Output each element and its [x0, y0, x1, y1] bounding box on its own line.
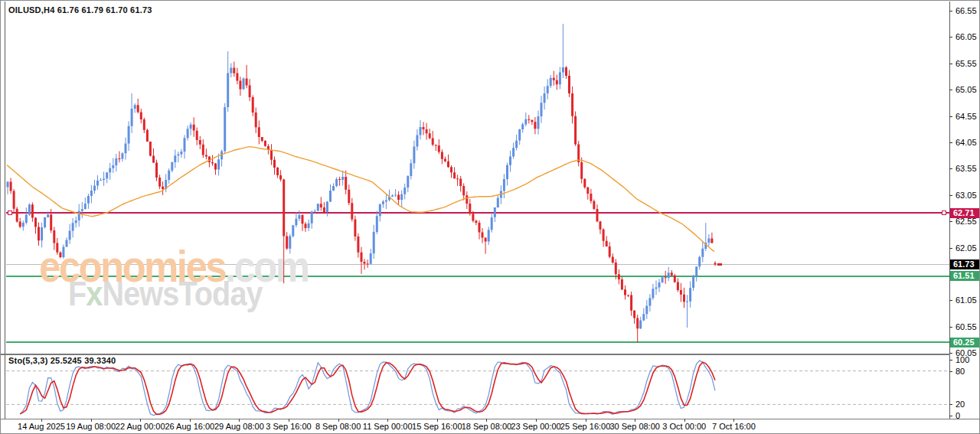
indicator-tick: [949, 404, 952, 405]
date-axis-label: 3 Oct 00:00: [662, 422, 706, 431]
stochastic-label: Sto(5,3,3) 25.5245 39.3340: [8, 356, 116, 365]
date-axis-label: 14 Aug 2025: [18, 422, 65, 431]
price-axis-label: 66.55: [956, 6, 977, 15]
date-axis-label: 11 Sep 00:00: [363, 422, 413, 431]
up-candle-wicks: [8, 24, 709, 329]
line-handle[interactable]: [8, 210, 12, 215]
date-axis-label: 25 Sep 16:00: [560, 422, 610, 431]
price-tick: [949, 64, 952, 64]
price-axis-label: 61.05: [956, 295, 977, 305]
indicator-tick: [949, 416, 952, 416]
price-tick: [949, 11, 952, 11]
indicator-axis-label: 20: [956, 400, 965, 409]
price-axis-label: 65.05: [956, 85, 977, 94]
indicator-tick: [949, 371, 952, 372]
price-axis-label: 65.55: [956, 59, 977, 68]
price-badge-61.51: 61.51: [950, 271, 980, 281]
price-axis-label: 62.55: [956, 217, 977, 226]
price-axis-label: 62.05: [956, 243, 977, 253]
indicator-axis-label: 80: [956, 367, 965, 376]
down-candle-bodies: [10, 67, 717, 328]
line-handle[interactable]: [942, 210, 946, 215]
indicator-axis-label: 100: [956, 355, 969, 364]
price-axis-label: 64.05: [956, 138, 977, 147]
date-axis-label: 30 Sep 08:00: [609, 422, 659, 431]
price-tick: [949, 300, 952, 301]
time-axis[interactable]: 14 Aug 202519 Aug 08:0022 Aug 00:0026 Au…: [1, 419, 980, 434]
date-axis-label: 29 Aug 08:00: [214, 422, 264, 431]
date-axis-label: 26 Aug 16:00: [165, 422, 214, 431]
date-axis-label: 8 Sep 08:00: [315, 422, 361, 431]
date-axis-label: 22 Aug 00:00: [116, 422, 165, 431]
price-axis[interactable]: 62.7161.7361.5160.2566.5566.0565.5565.05…: [950, 1, 980, 419]
date-axis-label: 15 Sep 16:00: [412, 422, 462, 431]
price-axis-label: 66.05: [956, 32, 977, 41]
price-axis-label: 63.55: [956, 164, 977, 173]
chart-canvas[interactable]: [1, 1, 950, 419]
price-tick: [949, 353, 952, 354]
date-axis-label: 19 Aug 08:00: [66, 422, 116, 431]
date-axis-label: 23 Sep 00:00: [511, 422, 560, 431]
date-axis-label: 3 Sep 16:00: [266, 422, 311, 431]
price-tick: [949, 116, 952, 117]
mt4-chart-window: economies.com FxNewsToday OILUSD,H4 61.7…: [0, 0, 980, 434]
price-axis-label: 64.55: [956, 112, 977, 121]
price-tick: [949, 248, 952, 249]
indicator-tick: [949, 360, 952, 361]
date-axis-label: 7 Oct 16:00: [712, 422, 756, 431]
price-tick: [949, 37, 952, 38]
price-tick: [949, 221, 952, 222]
price-axis-label: 63.05: [956, 191, 977, 200]
price-axis-label: 60.55: [956, 322, 977, 331]
date-axis-label: 18 Sep 08:00: [462, 422, 511, 431]
price-tick: [949, 142, 952, 143]
price-badge-61.73: 61.73: [950, 259, 980, 269]
price-tick: [949, 90, 952, 90]
down-candle-wicks: [11, 62, 715, 343]
price-tick: [949, 327, 952, 328]
last-price-marker: [717, 263, 722, 266]
price-badge-60.25: 60.25: [950, 338, 980, 348]
price-tick: [949, 168, 952, 169]
price-tick: [949, 195, 952, 196]
up-candle-bodies: [7, 67, 710, 328]
stochastic-main-line: [20, 361, 715, 415]
symbol-ohlc-label: OILUSD,H4 61.76 61.79 61.70 61.73: [8, 5, 152, 15]
price-badge-62.71: 62.71: [950, 208, 980, 218]
